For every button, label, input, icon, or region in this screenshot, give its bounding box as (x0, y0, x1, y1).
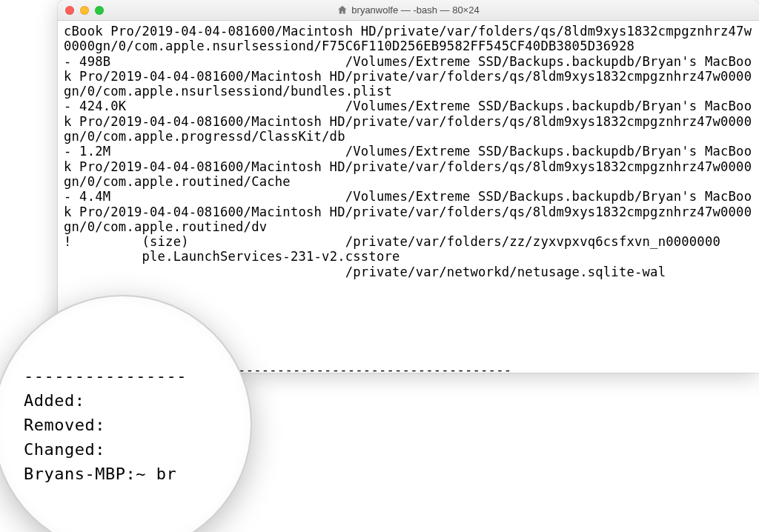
terminal-dashes-overflow: ------------------------------------- (222, 362, 511, 377)
terminal-line: cBook Pro/2019-04-04-081600/Macintosh HD… (64, 24, 752, 53)
terminal-line: - 4.4M /Volumes/Extreme SSD/Backups.back… (64, 189, 752, 234)
terminal-line: - 424.0K /Volumes/Extreme SSD/Backups.ba… (64, 99, 752, 144)
maximize-button[interactable] (95, 6, 104, 15)
terminal-line: - 498B /Volumes/Extreme SSD/Backups.back… (64, 54, 752, 99)
magnified-prompt: Bryans-MBP:~ br (24, 462, 251, 486)
terminal-line: ! (size) /private/var/folders/zz/zyxvpxv… (64, 234, 720, 249)
terminal-line: /private/var/networkd/netusage.sqlite-wa… (64, 265, 666, 279)
window-title-text: bryanwolfe — -bash — 80×24 (351, 4, 479, 16)
magnified-changed: Changed: (24, 437, 251, 462)
terminal-line: - 1.2M /Volumes/Extreme SSD/Backups.back… (64, 144, 752, 189)
window-title: bryanwolfe — -bash — 80×24 (337, 4, 479, 16)
magnified-removed: Removed: (24, 413, 251, 437)
titlebar[interactable]: bryanwolfe — -bash — 80×24 (58, 0, 759, 21)
magnified-added: Added: (24, 388, 251, 413)
magnified-dashes: ---------------- (24, 364, 251, 388)
traffic-lights (65, 6, 104, 15)
close-button[interactable] (65, 6, 74, 15)
terminal-line (64, 279, 72, 294)
terminal-line: ple.LaunchServices-231-v2.csstore (64, 249, 400, 264)
minimize-button[interactable] (80, 6, 89, 15)
home-icon (337, 5, 347, 15)
